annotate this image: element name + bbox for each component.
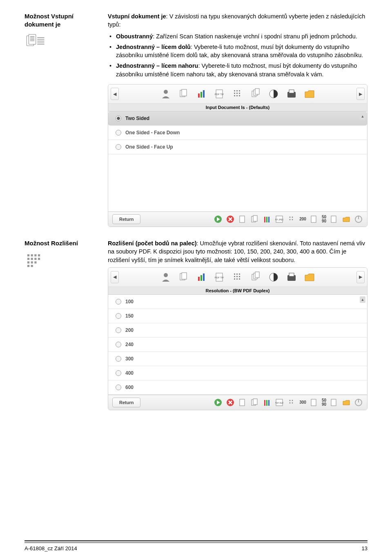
svg-rect-21: [234, 93, 235, 94]
option-200[interactable]: 200: [108, 323, 367, 338]
play-icon[interactable]: [214, 398, 223, 407]
documents-icon[interactable]: [176, 269, 192, 285]
power-icon[interactable]: [354, 398, 363, 407]
chart-icon[interactable]: [194, 86, 209, 102]
list-item: Jednostranný – lícem dolů: Vyberete-li t…: [116, 43, 368, 60]
dots-icon[interactable]: [287, 398, 296, 407]
folder-icon[interactable]: [302, 269, 317, 285]
doc-small-icon[interactable]: [238, 215, 247, 224]
doc-small-icon[interactable]: [238, 398, 247, 407]
svg-rect-68: [200, 275, 202, 281]
svg-rect-102: [331, 399, 336, 406]
window-title: Resolution - (BW PDF Duplex): [108, 287, 367, 295]
svg-rect-26: [239, 95, 240, 96]
return-button[interactable]: Return: [112, 398, 140, 407]
doc3-icon[interactable]: [330, 398, 339, 407]
svg-rect-58: [38, 258, 40, 260]
option-300[interactable]: 300: [108, 352, 367, 366]
svg-rect-57: [34, 258, 36, 260]
play-icon[interactable]: [214, 215, 223, 224]
svg-rect-29: [255, 89, 259, 94]
fax-icon[interactable]: [284, 269, 299, 285]
nav-next-button[interactable]: ▶: [356, 271, 365, 283]
svg-rect-8: [37, 42, 44, 43]
svg-rect-69: [203, 273, 205, 281]
power-icon[interactable]: [354, 215, 363, 224]
pages-icon[interactable]: [250, 398, 259, 407]
svg-rect-25: [236, 95, 238, 96]
option-face-up[interactable]: One Sided - Face Up: [108, 140, 367, 154]
pages-icon[interactable]: [250, 215, 259, 224]
color-bars-icon[interactable]: [263, 398, 272, 407]
footer-page-number: 13: [362, 545, 368, 551]
cancel-icon[interactable]: [226, 215, 235, 224]
nav-prev-button[interactable]: ◀: [111, 271, 119, 283]
doc2-icon[interactable]: [310, 215, 318, 224]
cancel-icon[interactable]: [226, 398, 235, 407]
folder-icon[interactable]: [302, 86, 317, 102]
resolution-value: 300: [299, 400, 306, 405]
return-button[interactable]: Return: [112, 214, 140, 224]
nav-prev-button[interactable]: ◀: [111, 88, 119, 100]
svg-rect-62: [27, 265, 29, 267]
svg-rect-22: [236, 93, 238, 94]
scroll-up-icon[interactable]: ▲: [360, 296, 365, 303]
option-150[interactable]: 150: [108, 309, 367, 323]
svg-rect-61: [34, 261, 36, 263]
svg-rect-14: [200, 92, 202, 98]
svg-point-100: [292, 402, 293, 403]
resolution-icon[interactable]: [230, 269, 245, 285]
svg-rect-40: [268, 217, 270, 222]
option-100[interactable]: 100: [108, 295, 367, 309]
documents-icon[interactable]: [176, 86, 192, 102]
svg-rect-75: [234, 276, 235, 277]
contrast-icon[interactable]: [266, 86, 281, 102]
doc2-icon[interactable]: [310, 398, 318, 407]
chart-icon[interactable]: [194, 269, 209, 285]
folder-small-icon[interactable]: [342, 215, 351, 224]
copies-icon[interactable]: [248, 86, 263, 102]
person-icon[interactable]: [158, 86, 174, 102]
nav-next-button[interactable]: ▶: [356, 88, 365, 100]
ratio-value: 5090: [322, 398, 326, 407]
svg-rect-73: [236, 273, 238, 275]
scroll-up-icon[interactable]: ▲: [360, 113, 365, 120]
svg-rect-59: [27, 261, 29, 263]
option-240[interactable]: 240: [108, 338, 367, 352]
option-600[interactable]: 600: [108, 380, 367, 395]
option-face-down[interactable]: One Sided - Face Down: [108, 126, 367, 140]
svg-rect-38: [264, 217, 265, 222]
page-footer: A-61808_cz Září 2014 13: [24, 540, 368, 551]
format-icon[interactable]: TIF JPEG: [275, 215, 284, 224]
doc3-icon[interactable]: [330, 215, 339, 224]
option-two-sided[interactable]: Two Sided: [108, 111, 367, 126]
color-bars-icon[interactable]: [263, 215, 272, 224]
svg-rect-9: [37, 44, 44, 45]
svg-rect-94: [268, 400, 270, 406]
format-icon[interactable]: PDF DUP: [275, 398, 284, 407]
svg-rect-80: [239, 278, 240, 280]
svg-rect-6: [37, 37, 44, 38]
resolution-icon[interactable]: [230, 86, 245, 102]
svg-rect-78: [234, 278, 235, 280]
dots-icon[interactable]: [287, 215, 296, 224]
contrast-icon[interactable]: [266, 269, 281, 285]
svg-rect-19: [236, 90, 238, 91]
svg-point-45: [290, 219, 291, 220]
person-icon[interactable]: [158, 269, 174, 285]
copies-icon[interactable]: [248, 269, 263, 285]
folder-small-icon[interactable]: [342, 398, 351, 407]
file-type-icon[interactable]: PDF TIF: [212, 86, 227, 102]
options-list: ▲ 100 150 200 240 300 400 600: [108, 295, 367, 395]
option-400[interactable]: 400: [108, 366, 367, 380]
ratio-value: 5090: [322, 215, 326, 223]
file-type-icon[interactable]: PDF TIF: [212, 269, 227, 285]
options-list: ▲ Two Sided One Sided - Face Down One Si…: [108, 111, 367, 211]
svg-rect-63: [31, 265, 33, 267]
svg-rect-23: [239, 93, 240, 94]
bottom-toolbar: Return PDF DUP 300 5090: [108, 395, 367, 410]
svg-rect-74: [239, 273, 240, 275]
fax-icon[interactable]: [284, 86, 299, 102]
svg-point-43: [290, 217, 291, 218]
svg-rect-53: [34, 254, 36, 256]
